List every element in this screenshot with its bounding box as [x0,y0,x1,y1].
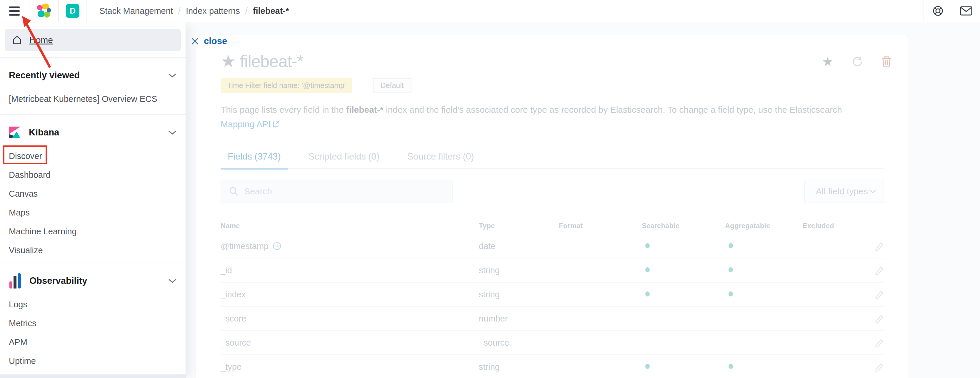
field-type-filter-value: All field types [816,187,868,196]
table-row: _score number [221,307,884,331]
index-pattern-actions: ★ [822,56,892,68]
tab-scripted-fields[interactable]: Scripted fields (0) [301,152,387,168]
breadcrumb-stack-management[interactable]: Stack Management [99,6,173,16]
breadcrumb-current-page: filebeat-* [253,6,289,16]
space-selector[interactable]: D [59,0,87,22]
breadcrumb-index-patterns[interactable]: Index patterns [186,6,240,16]
search-icon [229,187,239,196]
col-name: Name [221,222,479,230]
field-controls: All field types [221,180,884,203]
main-area: close ★ [186,22,980,378]
col-searchable: Searchable [642,222,725,230]
close-button[interactable]: close [191,36,227,46]
field-type: string [479,290,500,299]
edit-field-button[interactable] [875,289,884,300]
section-kibana[interactable]: Kibana [0,123,186,142]
sidebar-item-home[interactable]: Home [5,29,181,51]
kibana-app: D Stack Management / Index patterns / fi… [0,0,980,378]
edit-field-button[interactable] [875,314,884,324]
title-row: ★ filebeat-* [221,51,884,71]
divider [0,57,186,58]
table-row: _source _source [221,331,884,355]
search-input[interactable] [244,187,452,196]
pencil-icon [875,314,884,324]
divider [0,263,186,263]
page-description: This page lists every field in the fileb… [221,102,847,132]
default-badge: Default [373,78,412,93]
tabs-bar: Fields (3743) Scripted fields (0) Source… [221,152,884,169]
hamburger-menu-button[interactable] [0,0,29,22]
table-row: @timestamp date [221,234,884,258]
pencil-icon [875,289,884,300]
sidebar-item-apm[interactable]: APM [0,333,186,351]
aggregatable-dot [729,292,733,297]
table-row: _id string [221,258,884,282]
tab-fields[interactable]: Fields (3743) [221,152,288,169]
help-button[interactable] [924,0,952,22]
fields-table: Name Type Format Searchable Aggregatable… [221,218,884,378]
tab-source-filters[interactable]: Source filters (0) [400,152,481,168]
field-type: string [479,362,500,372]
sidebar-item-uptime[interactable]: Uptime [0,351,186,370]
sidebar-item-canvas[interactable]: Canvas [0,184,186,203]
field-type: _source [479,338,509,348]
searchable-dot [645,364,650,369]
section-title: Recently viewed [9,70,80,81]
chevron-down-icon [168,278,177,284]
title-star-icon: ★ [221,53,236,70]
divider [0,114,186,115]
edit-field-button[interactable] [875,338,884,348]
refresh-button[interactable] [851,56,863,68]
refresh-icon [851,56,863,67]
edit-field-button[interactable] [875,241,884,251]
description-text: index and the field's associated core ty… [383,105,842,115]
searchable-dot [645,267,650,272]
section-recently-viewed[interactable]: Recently viewed [0,66,186,85]
pencil-icon [875,265,884,275]
sidebar-item-logs[interactable]: Logs [0,295,186,314]
field-name: @timestamp [221,241,269,251]
observability-logo-icon [9,273,21,289]
sidebar-item-visualize[interactable]: Visualize [0,241,186,260]
sidebar-item-metrics[interactable]: Metrics [0,314,186,333]
sidebar-item-maps[interactable]: Maps [0,203,186,222]
space-badge: D [66,4,80,18]
breadcrumb: Stack Management / Index patterns / file… [99,6,289,16]
edit-field-button[interactable] [875,265,884,275]
badges-row: Time Filter field name: '@timestamp' Def… [221,78,884,93]
edit-field-button[interactable] [875,362,884,372]
aggregatable-dot [729,243,733,248]
page-title: filebeat-* [240,51,303,71]
elastic-logo-icon [36,3,51,19]
col-excluded: Excluded [803,222,861,230]
description-text: This page lists every field in the [221,105,346,115]
favorite-button[interactable]: ★ [822,56,834,68]
observability-nav-list: Logs Metrics APM Uptime [0,295,186,370]
newsfeed-button[interactable] [952,0,980,22]
flyout-footer-strip [0,374,186,378]
sidebar-item-dashboard[interactable]: Dashboard [0,166,186,184]
recently-viewed-list: [Metricbeat Kubernetes] Overview ECS [0,89,186,108]
elastic-logo[interactable] [29,0,59,22]
clock-icon [273,242,282,250]
breadcrumb-separator: / [245,6,248,16]
field-type: date [479,241,495,251]
field-name: _id [221,266,232,275]
table-header: Name Type Format Searchable Aggregatable… [221,218,884,234]
mapping-api-link[interactable]: Mapping API [221,119,270,129]
delete-button[interactable] [881,56,892,68]
sidebar-item-metricbeat-overview[interactable]: [Metricbeat Kubernetes] Overview ECS [0,89,186,108]
pencil-icon [875,241,884,251]
breadcrumb-separator: / [178,6,181,16]
field-type-filter[interactable]: All field types [804,180,884,203]
field-name: _type [221,362,242,372]
external-link-icon [272,118,279,132]
sidebar-item-machine-learning[interactable]: Machine Learning [0,222,186,241]
sidebar-item-discover[interactable]: Discover [0,147,186,166]
header-actions [924,0,980,22]
table-row: _type string [221,355,884,378]
section-observability[interactable]: Observability [0,271,186,290]
nav-flyout: Home Recently viewed [Metricbeat Kuberne… [0,22,186,378]
aggregatable-dot [729,364,733,369]
field-name: _score [221,314,246,324]
